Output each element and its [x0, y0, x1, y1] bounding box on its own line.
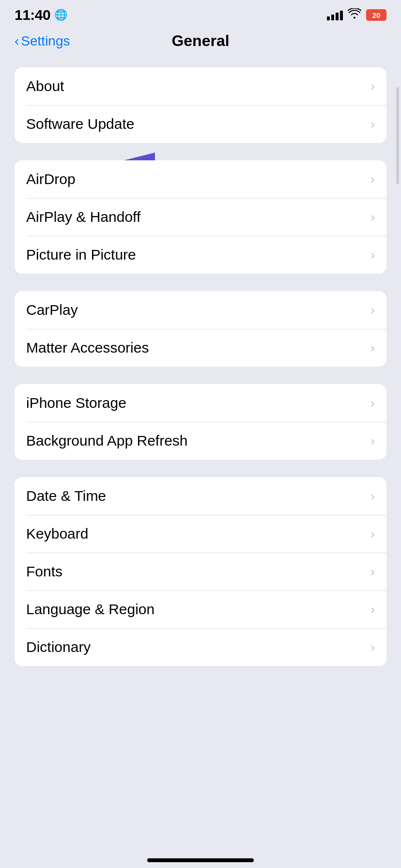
- signal-bar-4: [340, 11, 343, 20]
- software-update-label: Software Update: [26, 116, 134, 132]
- settings-group-2: AirDrop › AirPlay & Handoff › Picture in…: [15, 160, 386, 274]
- fonts-row[interactable]: Fonts ›: [15, 553, 386, 590]
- signal-bar-2: [331, 15, 334, 20]
- background-app-refresh-row[interactable]: Background App Refresh ›: [15, 422, 386, 460]
- page-title: General: [171, 32, 229, 50]
- matter-accessories-right: ›: [370, 341, 375, 356]
- airplay-handoff-label: AirPlay & Handoff: [26, 209, 140, 225]
- date-time-label: Date & Time: [26, 488, 106, 504]
- airdrop-right: ›: [370, 172, 375, 187]
- software-update-right: ›: [370, 117, 375, 132]
- status-time: 11:40: [15, 7, 50, 23]
- settings-group-1: About › Software Update ›: [15, 67, 386, 143]
- scrollbar[interactable]: [396, 87, 399, 184]
- back-button[interactable]: ‹ Settings: [15, 33, 70, 49]
- matter-accessories-chevron-icon: ›: [370, 341, 375, 356]
- dictionary-label: Dictionary: [26, 639, 91, 655]
- about-right: ›: [370, 79, 375, 94]
- about-row[interactable]: About ›: [15, 67, 386, 105]
- about-label: About: [26, 78, 64, 94]
- about-chevron-icon: ›: [370, 79, 375, 94]
- dictionary-row[interactable]: Dictionary ›: [15, 628, 386, 666]
- iphone-storage-right: ›: [370, 396, 375, 411]
- software-update-row[interactable]: Software Update ›: [15, 105, 386, 143]
- globe-icon: 🌐: [54, 9, 67, 21]
- settings-group-3: CarPlay › Matter Accessories ›: [15, 291, 386, 367]
- background-app-refresh-chevron-icon: ›: [370, 434, 375, 449]
- picture-in-picture-label: Picture in Picture: [26, 247, 136, 263]
- settings-group-4: iPhone Storage › Background App Refresh …: [15, 384, 386, 460]
- home-indicator: [147, 858, 254, 862]
- iphone-storage-label: iPhone Storage: [26, 395, 126, 411]
- airplay-handoff-row[interactable]: AirPlay & Handoff ›: [15, 198, 386, 236]
- language-region-row[interactable]: Language & Region ›: [15, 590, 386, 628]
- status-bar: 11:40 🌐 20: [0, 0, 401, 27]
- matter-accessories-label: Matter Accessories: [26, 340, 149, 356]
- language-region-chevron-icon: ›: [370, 602, 375, 617]
- signal-bar-1: [327, 16, 330, 20]
- carplay-label: CarPlay: [26, 302, 78, 318]
- nav-bar: ‹ Settings General: [0, 27, 401, 58]
- language-region-right: ›: [370, 602, 375, 617]
- settings-content: About › Software Update › AirDrop › AirP…: [0, 58, 401, 693]
- airplay-handoff-right: ›: [370, 210, 375, 225]
- date-time-right: ›: [370, 489, 375, 504]
- signal-bar-3: [336, 13, 339, 20]
- battery-level: 20: [372, 11, 381, 19]
- signal-bars-icon: [327, 10, 343, 20]
- carplay-right: ›: [370, 303, 375, 318]
- picture-in-picture-right: ›: [370, 248, 375, 263]
- keyboard-chevron-icon: ›: [370, 527, 375, 542]
- settings-group-5: Date & Time › Keyboard › Fonts › Languag…: [15, 477, 386, 666]
- background-app-refresh-label: Background App Refresh: [26, 433, 188, 449]
- dictionary-chevron-icon: ›: [370, 640, 375, 655]
- date-time-chevron-icon: ›: [370, 489, 375, 504]
- wifi-icon: [348, 8, 361, 22]
- airdrop-row[interactable]: AirDrop ›: [15, 160, 386, 198]
- language-region-label: Language & Region: [26, 601, 154, 618]
- back-label: Settings: [21, 33, 70, 49]
- picture-in-picture-row[interactable]: Picture in Picture ›: [15, 236, 386, 274]
- keyboard-label: Keyboard: [26, 526, 88, 542]
- status-icons: 20: [327, 8, 386, 22]
- iphone-storage-chevron-icon: ›: [370, 396, 375, 411]
- picture-in-picture-chevron-icon: ›: [370, 248, 375, 263]
- airdrop-label: AirDrop: [26, 171, 76, 187]
- back-chevron-icon: ‹: [15, 34, 19, 48]
- carplay-chevron-icon: ›: [370, 303, 375, 318]
- fonts-right: ›: [370, 564, 375, 579]
- iphone-storage-row[interactable]: iPhone Storage ›: [15, 384, 386, 422]
- date-time-row[interactable]: Date & Time ›: [15, 477, 386, 515]
- dictionary-right: ›: [370, 640, 375, 655]
- keyboard-right: ›: [370, 527, 375, 542]
- fonts-chevron-icon: ›: [370, 564, 375, 579]
- keyboard-row[interactable]: Keyboard ›: [15, 515, 386, 553]
- airdrop-chevron-icon: ›: [370, 172, 375, 187]
- battery-icon: 20: [366, 9, 386, 21]
- airplay-handoff-chevron-icon: ›: [370, 210, 375, 225]
- software-update-chevron-icon: ›: [370, 117, 375, 132]
- carplay-row[interactable]: CarPlay ›: [15, 291, 386, 329]
- fonts-label: Fonts: [26, 563, 62, 580]
- matter-accessories-row[interactable]: Matter Accessories ›: [15, 329, 386, 367]
- background-app-refresh-right: ›: [370, 434, 375, 449]
